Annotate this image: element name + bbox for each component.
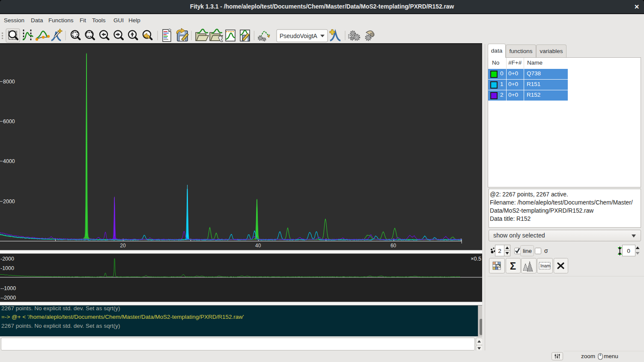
svg-text:6000: 6000: [3, 119, 15, 125]
svg-text:-1000: -1000: [0, 265, 14, 271]
svg-text:2000: 2000: [3, 199, 15, 205]
svg-text:40: 40: [255, 243, 261, 249]
svg-text:8000: 8000: [3, 79, 15, 85]
svg-text:60: 60: [391, 243, 397, 249]
svg-text:2: 2: [498, 248, 501, 254]
svg-text:4000: 4000: [3, 158, 15, 164]
svg-text:×0.5: ×0.5: [471, 256, 481, 262]
svg-text:--1000: --1000: [0, 285, 16, 291]
svg-text:line: line: [523, 248, 532, 254]
svg-text:0: 0: [627, 248, 630, 254]
svg-text:20: 20: [120, 243, 126, 249]
svg-text:Σ: Σ: [510, 260, 516, 272]
svg-text:PseudoVoigtA: PseudoVoigtA: [280, 33, 318, 39]
svg-text:Inam: Inam: [540, 263, 551, 268]
svg-text:--2000: --2000: [0, 295, 16, 301]
svg-text:-2000: -2000: [0, 256, 14, 262]
svg-text:σ: σ: [544, 247, 548, 254]
